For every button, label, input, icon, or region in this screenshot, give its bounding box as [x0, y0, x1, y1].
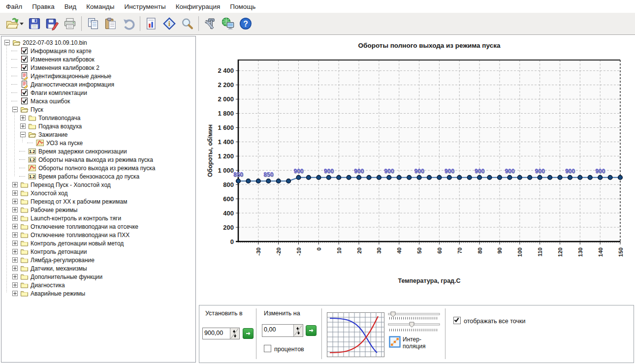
tree-item[interactable]: Идентификационные данные [1, 72, 195, 80]
tree-item[interactable]: 2022-07-03 10.09.10.bin [1, 38, 195, 47]
range-sliders-graphic[interactable] [388, 311, 440, 334]
expand-plus-icon[interactable] [12, 274, 18, 279]
tree-item-label[interactable]: Подача воздуха [38, 123, 82, 130]
paste-button[interactable] [102, 15, 119, 32]
tree-item-label[interactable]: Рабочие режимы [31, 207, 77, 213]
tree-item[interactable]: Отключение топливоподачи на ПХХ [1, 231, 195, 239]
checkbox-box[interactable] [453, 317, 461, 324]
expand-plus-icon[interactable] [12, 224, 18, 229]
tree-item[interactable]: Контроль детонации [1, 247, 195, 256]
expand-plus-icon[interactable] [12, 207, 18, 212]
menu-item-edit[interactable]: Правка [27, 1, 60, 12]
collapse-minus-icon[interactable] [4, 40, 10, 45]
expand-plus-icon[interactable] [12, 282, 18, 288]
info-button[interactable]: i [161, 15, 178, 32]
tree-item-label[interactable]: Обороты полного выхода из режима пуска [38, 165, 155, 172]
undo-button[interactable] [120, 15, 137, 32]
tree-item[interactable]: Переход от ХХ к рабочим режимам [1, 197, 195, 206]
tree-item-label[interactable]: Контроль детонации [31, 248, 87, 255]
tree-item[interactable]: Диагностика [1, 281, 195, 289]
tree-item[interactable]: Датчики, механизмы [1, 264, 195, 273]
save-as-button[interactable] [44, 15, 61, 32]
tree-item-label[interactable]: Лямбда-регулирование [31, 257, 95, 264]
tree-item[interactable]: Флаги комплектации [1, 89, 195, 97]
tree-item[interactable]: 1.2Время задержки синхронизации [1, 147, 195, 155]
tree-item-label[interactable]: УОЗ на пуске [46, 140, 83, 147]
checkbox-box[interactable] [264, 345, 271, 352]
expand-plus-icon[interactable] [12, 232, 18, 238]
tree-item-label[interactable]: Информация по карте [31, 48, 92, 55]
percent-checkbox[interactable]: процентов [264, 345, 304, 353]
tree-item[interactable]: 1.2Обороты начала выхода из режима пуска [1, 155, 195, 164]
tree-item-label[interactable]: Топливоподача [38, 115, 80, 121]
tree-item[interactable]: Лямбда-регулирование [1, 256, 195, 264]
spin-updown-button[interactable] [230, 328, 239, 339]
open-dropdown-arrow[interactable] [20, 23, 24, 25]
expand-plus-icon[interactable] [12, 291, 18, 296]
expand-plus-icon[interactable] [20, 123, 26, 129]
tree-item-label[interactable]: Переход от ХХ к рабочим режимам [31, 198, 127, 205]
apply-set-button[interactable] [243, 328, 254, 339]
menu-item-file[interactable]: Файл [1, 1, 27, 12]
print-button[interactable] [62, 15, 78, 32]
expand-plus-icon[interactable] [12, 249, 18, 254]
tools-button[interactable] [202, 15, 219, 32]
tree-item-label[interactable]: 2022-07-03 10.09.10.bin [23, 39, 87, 46]
menu-item-view[interactable]: Вид [60, 1, 81, 12]
menu-item-help[interactable]: Помощь [225, 1, 260, 12]
interpolation-label[interactable]: Интер-поляция [403, 336, 429, 350]
tree-item[interactable]: УОЗ на пуске [1, 139, 195, 147]
tree-item[interactable]: Подача воздуха [1, 122, 195, 130]
tree-item-label[interactable]: Переход Пуск - Холостой ход [31, 182, 111, 188]
set-value-spinedit[interactable]: 900,00 [202, 328, 240, 339]
tree-item[interactable]: Дополнительные функции [1, 273, 195, 281]
save-button[interactable] [26, 15, 43, 32]
tree-item-label[interactable]: Обороты начала выхода из режима пуска [38, 156, 153, 163]
interpolation-button[interactable] [389, 336, 401, 348]
change-by-spinedit[interactable]: 0,00 [262, 324, 303, 337]
tree-item[interactable]: Контроль детонации новый метод [1, 239, 195, 247]
tree-item-label[interactable]: Время задержки синхронизации [38, 148, 127, 155]
collapse-minus-icon[interactable] [12, 107, 18, 112]
change-by-input[interactable]: 0,00 [262, 325, 293, 336]
curve-chart[interactable]: -30-20-100102030405060708090100110120130… [199, 36, 634, 303]
menu-item-tools[interactable]: Инструменты [119, 1, 170, 12]
internet-button[interactable] [220, 15, 236, 32]
tree-item[interactable]: Обороты полного выхода из режима пуска [1, 164, 195, 172]
tree-item-label[interactable]: Зажигание [38, 131, 67, 138]
tree-item[interactable]: 1.2Время работы бензонасоса до пуска [1, 172, 195, 181]
show-all-points-checkbox[interactable]: отображать все точки [453, 317, 525, 325]
tree-item-label[interactable]: Отключение топливоподачи на отсечке [31, 223, 138, 230]
expand-plus-icon[interactable] [12, 190, 18, 196]
expand-plus-icon[interactable] [12, 215, 18, 221]
expand-plus-icon[interactable] [12, 241, 18, 246]
tree-item-label[interactable]: Маска ошибок [31, 98, 70, 105]
expand-plus-icon[interactable] [12, 266, 18, 271]
tree-item-label[interactable]: Изменения калибровок [31, 56, 95, 63]
tree-item-label[interactable]: Флаги комплектации [31, 90, 87, 96]
set-value-input[interactable]: 900,00 [203, 328, 230, 339]
tree-item-label[interactable]: Диагностическая информация [31, 81, 114, 88]
help-button[interactable]: ? [237, 15, 254, 32]
tree-item-label[interactable]: Датчики, механизмы [31, 265, 87, 272]
tree-item[interactable]: Переход Пуск - Холостой ход [1, 181, 195, 189]
tree-item[interactable]: Изменения калибровок 2 [1, 63, 195, 72]
tree-item[interactable]: Launch-контроль и контроль тяги [1, 214, 195, 222]
collapse-minus-icon[interactable] [20, 132, 26, 137]
tree-item[interactable]: Отключение топливоподачи на отсечке [1, 222, 195, 231]
search-button[interactable] [179, 15, 195, 32]
tree-item[interactable]: Маска ошибок [1, 97, 195, 105]
tree-item[interactable]: Холостой ход [1, 189, 195, 197]
tree-item-label[interactable]: Отключение топливоподачи на ПХХ [31, 232, 129, 239]
expand-plus-icon[interactable] [20, 115, 26, 121]
tree-item-label[interactable]: Launch-контроль и контроль тяги [31, 215, 121, 222]
tree-item[interactable]: Зажигание [1, 130, 195, 139]
expand-plus-icon[interactable] [12, 199, 18, 204]
tree-item-label[interactable]: Изменения калибровок 2 [31, 64, 99, 71]
tree-item[interactable]: Диагностическая информация [1, 80, 195, 89]
expand-plus-icon[interactable] [12, 257, 18, 263]
expand-plus-icon[interactable] [12, 182, 18, 187]
tree-item-label[interactable]: Контроль детонации новый метод [31, 240, 124, 247]
copy-button[interactable] [85, 15, 101, 32]
tree-item[interactable]: Аварийные режимы [1, 289, 195, 298]
